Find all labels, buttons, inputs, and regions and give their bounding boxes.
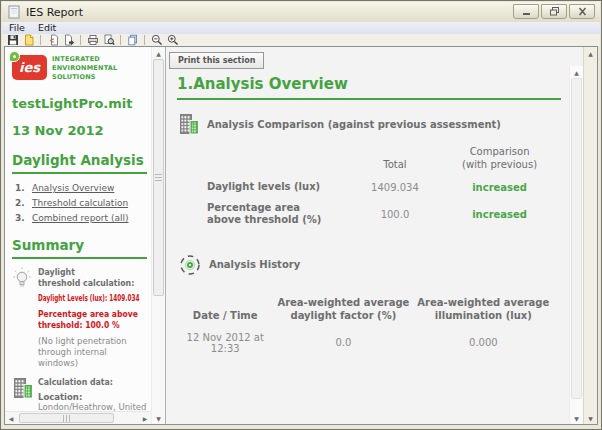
toc-item-analysis-overview[interactable]: 1. Analysis Overview: [15, 183, 147, 193]
building-icon: [12, 377, 34, 411]
ies-logo: ies INTEGRATED ENVIRONMENTAL SOLUTIONS: [12, 55, 147, 81]
scroll-track[interactable]: [570, 78, 583, 412]
toolbar-separator: [80, 35, 81, 45]
calculation-summary: Calculation data: Location: London/Heath…: [38, 377, 147, 411]
toc-item-combined-report[interactable]: 3. Combined report (all): [15, 213, 147, 223]
toc-link-threshold-calculation[interactable]: Threshold calculation: [32, 198, 128, 208]
zoom-in-button[interactable]: [166, 34, 179, 46]
history-daylight-factor: 0.0: [273, 326, 413, 360]
location-value: London/Heathrow, United Kingdom(51.48 N,…: [38, 402, 146, 411]
minimize-button[interactable]: [513, 4, 539, 19]
history-icon: [178, 253, 202, 277]
export-button[interactable]: [62, 34, 75, 46]
comparison-table: Total Comparison (with previous) Dayligh…: [207, 137, 561, 231]
scroll-thumb[interactable]: [19, 413, 114, 423]
scroll-thumb[interactable]: [153, 59, 164, 296]
app-icon: [8, 5, 21, 19]
thumb-grip: [63, 415, 70, 422]
lightbulb-icon: [12, 267, 34, 368]
scroll-up-button[interactable]: ▲: [584, 47, 597, 59]
column-header-date-time: Date / Time: [177, 286, 273, 326]
table-row: 12 Nov 2012 at 12:33 0.0 0.000: [177, 326, 553, 360]
print-button[interactable]: [86, 34, 99, 46]
building-icon: [178, 113, 200, 135]
total-value: 100.0: [352, 198, 438, 231]
ies-logo-mark: ies: [12, 55, 47, 80]
scroll-down-button[interactable]: ▼: [152, 412, 165, 424]
zoom-in-icon: [167, 34, 179, 46]
logo-line: INTEGRATED: [52, 55, 117, 64]
daylight-summary-heading: Daylight threshold calculation:: [38, 267, 134, 289]
print-preview-icon: [103, 34, 115, 46]
project-name: testLightPro.mit: [12, 96, 147, 111]
main-pane: Print this section 1.Analysis Overview A…: [165, 47, 583, 424]
toc-link-combined-report[interactable]: Combined report (all): [32, 213, 128, 223]
new-report-button[interactable]: [22, 34, 35, 46]
toc-number: 1.: [15, 183, 24, 193]
maximize-button[interactable]: [541, 4, 567, 19]
comparison-section-header: Analysis Comparison (against previous as…: [178, 113, 561, 135]
print-preview-button[interactable]: [102, 34, 115, 46]
history-section-header: Analysis History: [178, 253, 561, 277]
summary-daylight-block: Daylight threshold calculation: Daylight…: [12, 267, 147, 368]
page-title: 1.Analysis Overview: [177, 75, 561, 100]
import-icon: [47, 34, 59, 46]
row-label: Percentage area above threshold (%): [207, 198, 352, 231]
sidebar-column: ies INTEGRATED ENVIRONMENTAL SOLUTIONS t…: [5, 47, 151, 424]
location-label: Location:: [38, 392, 82, 402]
scroll-track[interactable]: [584, 59, 597, 412]
toc-item-threshold-calculation[interactable]: 2. Threshold calculation: [15, 198, 147, 208]
copy-button[interactable]: [126, 34, 139, 46]
window-title: IES Report: [26, 6, 513, 19]
table-row: Percentage area above threshold (%) 100.…: [207, 198, 561, 231]
scroll-track[interactable]: [152, 59, 165, 412]
zoom-out-button[interactable]: [150, 34, 163, 46]
logo-line: ENVIRONMENTAL: [52, 64, 117, 73]
sidebar: ies INTEGRATED ENVIRONMENTAL SOLUTIONS t…: [5, 47, 151, 411]
scroll-thumb[interactable]: [571, 78, 582, 399]
total-value: 1409.034: [352, 177, 438, 198]
column-header-illumination: Area-weighted average illumination (lux): [413, 286, 553, 326]
table-row: Daylight levels (lux) 1409.034 increased: [207, 177, 561, 198]
sidebar-horizontal-scrollbar[interactable]: ◀ ▶: [5, 411, 151, 424]
scroll-left-button[interactable]: ◀: [5, 412, 17, 424]
toolbar-separator: [40, 35, 41, 45]
window-controls: [513, 4, 595, 19]
close-button[interactable]: [569, 4, 595, 19]
analysis-title: Daylight Analysis: [12, 152, 147, 174]
summary-calculation-block: Calculation data: Location: London/Heath…: [12, 377, 147, 411]
new-document-icon: [23, 34, 35, 46]
daylight-levels-value: Daylight Levels (lux): 1409.034: [38, 294, 116, 304]
toc-number: 3.: [15, 213, 24, 223]
report-date: 13 Nov 2012: [12, 123, 147, 138]
copy-icon: [127, 34, 139, 46]
outer-vertical-scrollbar[interactable]: ▲ ▼: [583, 47, 597, 424]
scroll-up-button[interactable]: ▲: [570, 66, 583, 78]
zoom-out-icon: [151, 34, 163, 46]
toc-link-analysis-overview[interactable]: Analysis Overview: [32, 183, 114, 193]
comparison-value: increased: [438, 177, 561, 198]
menu-edit[interactable]: Edit: [38, 22, 56, 34]
scroll-up-button[interactable]: ▲: [152, 47, 165, 59]
scroll-right-button[interactable]: ▶: [139, 412, 151, 424]
history-header-row: Date / Time Area-weighted average daylig…: [177, 286, 553, 326]
scroll-down-button[interactable]: ▼: [584, 412, 597, 424]
toc-number: 2.: [15, 198, 24, 208]
import-button[interactable]: [46, 34, 59, 46]
save-button[interactable]: [6, 34, 19, 46]
titlebar[interactable]: IES Report: [2, 2, 600, 22]
toolbar-separator: [120, 35, 121, 45]
minimize-icon: [520, 6, 533, 17]
row-label: Daylight levels (lux): [207, 177, 352, 198]
sidebar-vertical-scrollbar[interactable]: ▲ ▼: [151, 47, 165, 424]
scroll-down-button[interactable]: ▼: [570, 412, 583, 424]
menubar: File Edit: [2, 22, 600, 34]
save-icon: [7, 34, 19, 46]
scroll-track[interactable]: [17, 412, 139, 424]
column-header-total: Total: [352, 137, 438, 177]
content-area: ies INTEGRATED ENVIRONMENTAL SOLUTIONS t…: [4, 46, 598, 425]
ies-logo-wordmark: INTEGRATED ENVIRONMENTAL SOLUTIONS: [52, 55, 117, 81]
report-vertical-scrollbar[interactable]: ▲ ▼: [569, 66, 583, 424]
menu-file[interactable]: File: [9, 22, 25, 34]
restore-icon: [548, 6, 561, 17]
